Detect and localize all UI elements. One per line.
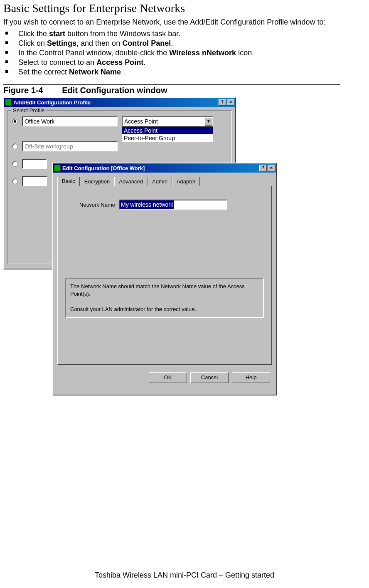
edit-configuration-window: Edit Configuration [Office Work] ? × Bas… — [52, 163, 277, 395]
info-text: Consult your LAN administrator for the c… — [70, 306, 259, 313]
radio-button[interactable] — [12, 161, 18, 167]
page-title: Basic Settings for Enterprise Networks — [0, 0, 188, 16]
titlebar: Edit Configuration [Office Work] ? × — [53, 163, 276, 173]
tab-encryption[interactable]: Encryption — [80, 177, 114, 186]
dropdown-list: Access Point Peer-to-Peer Group — [122, 126, 213, 142]
tab-strip: Basic Encryption Advanced Admin Adapter — [57, 177, 272, 186]
profile-name-input[interactable] — [22, 159, 47, 169]
profile-name-input[interactable] — [22, 141, 118, 151]
list-item: Select to connect to an Access Point. — [3, 58, 366, 67]
profile-row — [12, 141, 227, 151]
dropdown-option[interactable]: Access Point — [122, 127, 213, 134]
groupbox-label: Select Profile — [11, 107, 47, 114]
info-text: The Network Name should match the Networ… — [70, 283, 259, 298]
connection-type-combo[interactable]: Access Point ▼ Access Point Peer-to-Peer… — [122, 116, 213, 126]
window-title: Add/Edit Configuration Profile — [13, 99, 91, 106]
network-name-label: Network Name — [65, 202, 115, 208]
instruction-list: Click the start button from the Windows … — [0, 28, 369, 81]
button-row: OK Cancel Help — [53, 369, 276, 387]
network-name-input[interactable]: My wireless network — [119, 200, 227, 210]
ok-button[interactable]: OK — [149, 372, 187, 383]
cancel-button[interactable]: Cancel — [190, 372, 229, 383]
network-name-row: Network Name My wireless network — [65, 200, 264, 210]
combo-display[interactable]: Access Point — [122, 116, 213, 126]
network-name-value: My wireless network — [120, 200, 174, 209]
tab-admin[interactable]: Admin — [148, 177, 172, 186]
profile-name-input[interactable] — [22, 116, 118, 126]
help-button[interactable]: ? — [259, 165, 267, 171]
close-button[interactable]: × — [227, 99, 234, 106]
tab-panel: Network Name My wireless network The Net… — [57, 186, 272, 365]
radio-button[interactable] — [12, 178, 18, 184]
help-button[interactable]: ? — [219, 99, 226, 106]
app-icon — [5, 99, 12, 106]
tab-advanced[interactable]: Advanced — [114, 177, 148, 186]
close-button[interactable]: × — [268, 165, 275, 171]
figure-caption: Figure 1-4 Edit Configuration window — [0, 86, 369, 97]
profile-row: Access Point ▼ Access Point Peer-to-Peer… — [12, 116, 227, 126]
list-item: Click on Settings, and then on Control P… — [3, 39, 366, 48]
profile-name-input[interactable] — [22, 176, 47, 186]
tab-basic[interactable]: Basic — [57, 177, 80, 186]
figure-title: Edit Configuration window — [62, 86, 167, 95]
tab-adapter[interactable]: Adapter — [172, 177, 200, 186]
intro-text: If you wish to connect to an Enterprise … — [0, 16, 369, 28]
radio-button[interactable] — [12, 143, 18, 149]
info-box: The Network Name should match the Networ… — [65, 278, 264, 318]
chevron-down-icon[interactable]: ▼ — [205, 117, 212, 126]
list-item: In the Control Panel window, double-clic… — [3, 48, 366, 58]
dropdown-option[interactable]: Peer-to-Peer Group — [122, 134, 213, 142]
page-footer: Toshiba Wireless LAN mini-PCI Card – Get… — [0, 571, 369, 580]
app-icon — [54, 165, 61, 171]
figure-number: Figure 1-4 — [3, 86, 43, 95]
help-button[interactable]: Help — [232, 372, 270, 383]
radio-button[interactable] — [12, 119, 18, 124]
tab-area: Basic Encryption Advanced Admin Adapter … — [57, 177, 272, 365]
list-item: Set the correct Network Name . — [3, 67, 366, 77]
window-title: Edit Configuration [Office Work] — [62, 165, 145, 171]
screenshot-area: Add/Edit Configuration Profile ? × Selec… — [3, 97, 369, 363]
titlebar: Add/Edit Configuration Profile ? × — [4, 98, 235, 107]
list-item: Click the start button from the Windows … — [3, 29, 366, 39]
